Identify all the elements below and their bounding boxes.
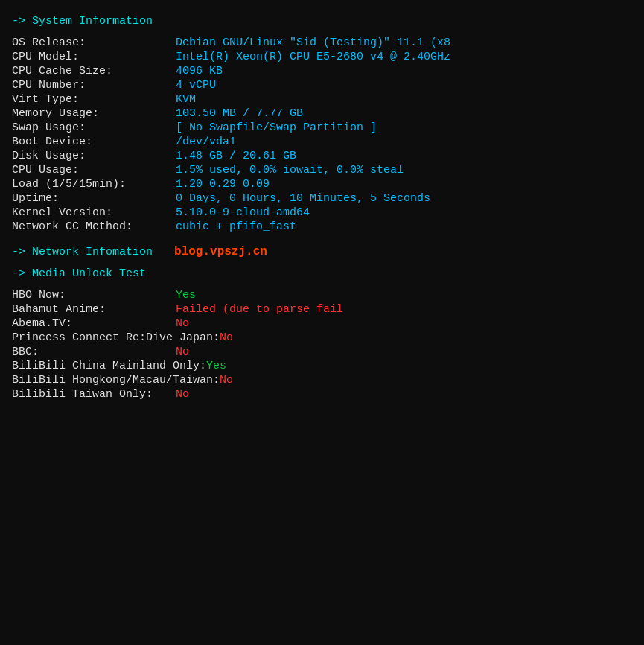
info-label: OS Release: — [12, 36, 176, 49]
table-row: HBO Now:Yes — [12, 289, 632, 302]
info-label: Abema.TV: — [12, 317, 176, 330]
info-label: Disk Usage: — [12, 150, 176, 162]
info-label: HBO Now: — [12, 289, 176, 302]
system-section: -> System Information OS Release:Debian … — [12, 15, 632, 233]
table-row: Bilibili Taiwan Only:No — [12, 388, 632, 401]
table-row: CPU Cache Size:4096 KB — [12, 65, 632, 77]
info-value: 103.50 MB / 7.77 GB — [176, 107, 303, 120]
info-value: 1.20 0.29 0.09 — [176, 178, 270, 191]
info-value: No — [220, 331, 233, 344]
info-value: 0 Days, 0 Hours, 10 Minutes, 5 Seconds — [176, 192, 430, 205]
watermark: blog.vpszj.cn — [174, 245, 267, 258]
info-value: Debian GNU/Linux "Sid (Testing)" 11.1 (x… — [176, 36, 450, 49]
info-value: Yes — [176, 289, 196, 302]
info-value: /dev/vda1 — [176, 136, 236, 148]
table-row: BiliBili China Mainland Only:Yes — [12, 360, 632, 372]
info-label: BiliBili China Mainland Only: — [12, 360, 206, 372]
info-value: 4096 KB — [176, 65, 223, 77]
info-label: Boot Device: — [12, 136, 176, 148]
info-value: [ No Swapfile/Swap Partition ] — [176, 121, 377, 134]
table-row: CPU Model:Intel(R) Xeon(R) CPU E5-2680 v… — [12, 51, 632, 63]
info-value: Yes — [206, 360, 226, 372]
info-label: Network CC Method: — [12, 220, 176, 233]
terminal-container: -> System Information OS Release:Debian … — [12, 15, 632, 401]
system-section-header: -> System Information — [12, 15, 632, 28]
media-section-header: -> Media Unlock Test — [12, 267, 632, 280]
info-value: cubic + pfifo_fast — [176, 220, 296, 233]
table-row: Swap Usage:[ No Swapfile/Swap Partition … — [12, 121, 632, 134]
info-value: KVM — [176, 93, 196, 106]
table-row: Bahamut Anime:Failed (due to parse fail — [12, 303, 632, 316]
info-label: Swap Usage: — [12, 121, 176, 134]
info-value: No — [176, 388, 189, 401]
info-label: Kernel Version: — [12, 206, 176, 219]
system-info-table: OS Release:Debian GNU/Linux "Sid (Testin… — [12, 36, 632, 233]
table-row: BiliBili Hongkong/Macau/Taiwan:No — [12, 374, 632, 387]
info-label: Bahamut Anime: — [12, 303, 176, 316]
network-section-header: -> Network Infomation blog.vpszj.cn — [12, 245, 632, 258]
info-value: 1.5% used, 0.0% iowait, 0.0% steal — [176, 164, 404, 177]
info-label: BBC: — [12, 346, 176, 358]
table-row: Abema.TV:No — [12, 317, 632, 330]
table-row: Load (1/5/15min):1.20 0.29 0.09 — [12, 178, 632, 191]
info-value: No — [176, 346, 189, 358]
info-value: 1.48 GB / 20.61 GB — [176, 150, 296, 162]
media-section: -> Media Unlock Test HBO Now:YesBahamut … — [12, 267, 632, 401]
info-value: 5.10.0-9-cloud-amd64 — [176, 206, 310, 219]
info-label: Uptime: — [12, 192, 176, 205]
info-label: Load (1/5/15min): — [12, 178, 176, 191]
table-row: CPU Number:4 vCPU — [12, 79, 632, 92]
network-section: -> Network Infomation blog.vpszj.cn — [12, 245, 632, 258]
table-row: Disk Usage:1.48 GB / 20.61 GB — [12, 150, 632, 162]
info-label: CPU Number: — [12, 79, 176, 92]
info-label: BiliBili Hongkong/Macau/Taiwan: — [12, 374, 220, 387]
table-row: OS Release:Debian GNU/Linux "Sid (Testin… — [12, 36, 632, 49]
info-value: No — [176, 317, 189, 330]
info-label: Virt Type: — [12, 93, 176, 106]
info-value: Failed (due to parse fail — [176, 303, 343, 316]
table-row: Uptime:0 Days, 0 Hours, 10 Minutes, 5 Se… — [12, 192, 632, 205]
table-row: Network CC Method:cubic + pfifo_fast — [12, 220, 632, 233]
info-value: No — [220, 374, 233, 387]
info-label: Memory Usage: — [12, 107, 176, 120]
table-row: BBC:No — [12, 346, 632, 358]
table-row: Kernel Version:5.10.0-9-cloud-amd64 — [12, 206, 632, 219]
info-value: Intel(R) Xeon(R) CPU E5-2680 v4 @ 2.40GH… — [176, 51, 450, 63]
info-label: CPU Usage: — [12, 164, 176, 177]
info-label: Bilibili Taiwan Only: — [12, 388, 176, 401]
info-label: CPU Cache Size: — [12, 65, 176, 77]
table-row: Memory Usage:103.50 MB / 7.77 GB — [12, 107, 632, 120]
table-row: CPU Usage:1.5% used, 0.0% iowait, 0.0% s… — [12, 164, 632, 177]
table-row: Princess Connect Re:Dive Japan:No — [12, 331, 632, 344]
info-label: CPU Model: — [12, 51, 176, 63]
table-row: Virt Type:KVM — [12, 93, 632, 106]
info-value: 4 vCPU — [176, 79, 216, 92]
info-label: Princess Connect Re:Dive Japan: — [12, 331, 220, 344]
table-row: Boot Device:/dev/vda1 — [12, 136, 632, 148]
media-info-table: HBO Now:YesBahamut Anime:Failed (due to … — [12, 289, 632, 401]
